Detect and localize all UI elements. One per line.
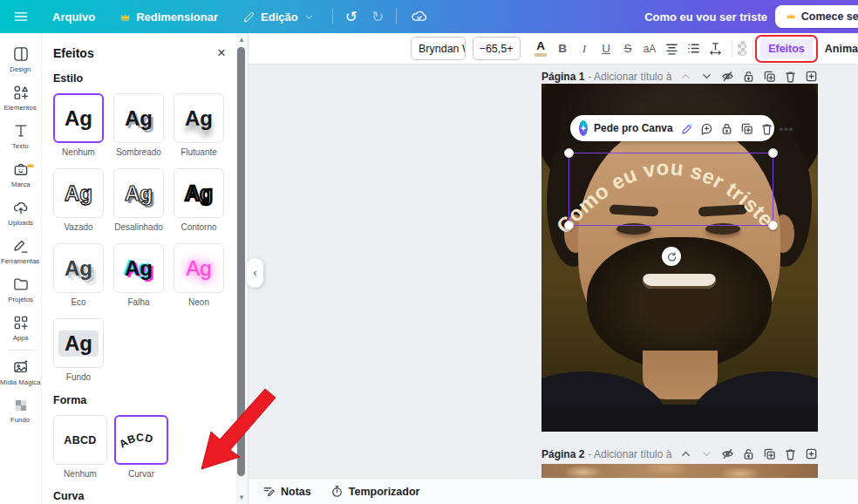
bold-button[interactable]: B — [553, 37, 573, 60]
scroll-down-icon[interactable]: ▼ — [235, 494, 248, 501]
sidebar-item-ferramentas[interactable]: Ferramentas — [0, 232, 42, 270]
page1-image[interactable]: Como eu vou ser triste Pede pro Canva — [541, 84, 818, 432]
font-family-selector[interactable]: Bryndan Write — [411, 37, 466, 60]
hide-page-button[interactable] — [721, 447, 734, 460]
main-menu-button[interactable] — [0, 0, 40, 33]
scrollbar-thumb[interactable] — [237, 47, 245, 476]
page1-title-placeholder[interactable]: - Adicionar título à pág... — [588, 71, 674, 83]
sidebar-item-uploads[interactable]: Uploads — [0, 194, 42, 232]
spacing-button[interactable] — [705, 37, 725, 60]
sidebar-item-fundo[interactable]: Fundo — [0, 392, 42, 430]
effect-card-desalinhado[interactable]: Ag Desalinhado — [113, 168, 164, 232]
file-menu[interactable]: Arquivo — [40, 0, 107, 33]
toolbar-divider — [732, 40, 732, 58]
font-size-increase-button[interactable]: + — [507, 43, 513, 55]
delete-button[interactable] — [760, 122, 773, 135]
tools-pencil-icon — [12, 237, 30, 255]
upgrade-button[interactable]: Comece seu t — [775, 5, 858, 28]
effect-label: Vazado — [64, 222, 92, 232]
text-color-swatch — [535, 53, 547, 57]
list-button[interactable] — [684, 37, 704, 60]
effect-card-fundo[interactable]: Ag Fundo — [53, 318, 104, 382]
sidebar-item-projetos[interactable]: Projetos — [0, 270, 42, 309]
page1-name[interactable]: Página 1 — [541, 71, 584, 83]
effect-sample: Ag — [58, 330, 99, 357]
transparency-button[interactable] — [738, 41, 746, 56]
sidebar-item-texto[interactable]: Texto — [0, 117, 42, 155]
lock-button[interactable] — [720, 122, 733, 135]
effect-sample: Ag — [186, 258, 211, 279]
resize-handle-bottom-left[interactable] — [564, 221, 574, 230]
italic-button[interactable]: I — [575, 37, 595, 60]
bullet-list-icon — [686, 41, 701, 56]
strikethrough-button[interactable]: S — [618, 37, 638, 60]
lock-page-button[interactable] — [742, 70, 755, 83]
panel-collapse-button[interactable]: ‹ — [247, 258, 263, 288]
sidebar-item-elementos[interactable]: Elementos — [0, 78, 42, 117]
resize-handle-top-right[interactable] — [768, 148, 778, 158]
text-color-button[interactable]: A — [531, 37, 551, 60]
resize-handle-bottom-right[interactable] — [768, 221, 778, 230]
crown-icon — [786, 11, 796, 22]
duplicate-page-button[interactable] — [763, 447, 776, 460]
photo-shirt — [541, 405, 818, 432]
effect-card-falha[interactable]: Ag Falha — [113, 243, 164, 307]
svg-text:ABCD: ABCD — [117, 431, 154, 450]
magic-edit-button[interactable] — [680, 122, 693, 135]
sidebar-item-marca[interactable]: Marca — [0, 155, 42, 194]
scroll-up-icon[interactable]: ▲ — [235, 36, 248, 44]
page2-image[interactable] — [541, 464, 818, 478]
duplicate-button[interactable] — [740, 122, 753, 135]
page2-title-placeholder[interactable]: - Adicionar título à pág... — [588, 448, 674, 460]
more-options-button[interactable]: ••• — [780, 122, 794, 135]
close-icon[interactable]: × — [217, 45, 226, 60]
canva-assistant-icon[interactable] — [579, 120, 588, 136]
comment-button[interactable] — [700, 122, 713, 135]
lock-page-button[interactable] — [742, 447, 755, 460]
page2-name[interactable]: Página 2 — [541, 448, 584, 460]
effect-card-neon[interactable]: Ag Neon — [174, 243, 224, 307]
notes-button[interactable]: Notas — [262, 485, 311, 498]
sidebar-item-design[interactable]: Design — [0, 40, 42, 78]
shape-card-nenhum[interactable]: ABCD Nenhum — [53, 415, 107, 479]
duplicate-page-button[interactable] — [763, 70, 776, 83]
effect-card-flutuante[interactable]: Ag Flutuante — [174, 93, 224, 157]
undo-button[interactable]: ↺ — [338, 0, 364, 33]
text-case-button[interactable]: aA — [640, 37, 660, 60]
move-page-down-button[interactable] — [700, 447, 713, 460]
sidebar-item-apps[interactable]: Apps — [0, 309, 42, 347]
effect-card-vazado[interactable]: Ag Vazado — [53, 168, 104, 232]
delete-page-button[interactable] — [784, 447, 797, 460]
redo-button[interactable]: ↻ — [364, 0, 391, 33]
move-page-up-button[interactable] — [679, 447, 692, 460]
document-title[interactable]: Como eu vou ser triste — [644, 0, 767, 33]
underline-button[interactable]: U — [596, 37, 616, 60]
resize-handle-top-left[interactable] — [564, 148, 574, 158]
move-page-down-button[interactable] — [700, 70, 713, 83]
ask-canva-label[interactable]: Pede pro Canva — [594, 122, 673, 134]
add-page-button[interactable] — [805, 447, 818, 460]
eye-hidden-icon — [721, 70, 734, 83]
animate-button[interactable]: Anima — [825, 43, 858, 55]
font-size-decrease-button[interactable]: − — [480, 43, 486, 55]
effect-card-eco[interactable]: Ag Eco — [53, 243, 104, 307]
sidebar-item-midia-magica[interactable]: Mídia Mágica — [0, 353, 42, 392]
add-page-button[interactable] — [805, 70, 818, 83]
cloud-save-status[interactable] — [402, 0, 437, 33]
editing-mode-menu[interactable]: Edição — [230, 0, 327, 33]
delete-page-button[interactable] — [784, 70, 797, 83]
resize-menu[interactable]: Redimensionar — [107, 0, 230, 33]
lock-open-icon — [742, 70, 755, 83]
effects-button[interactable]: Efeitos — [760, 39, 813, 58]
shape-card-curvar[interactable]: ABCD Curvar — [114, 415, 168, 479]
rotate-icon — [666, 251, 678, 262]
effect-card-nenhum[interactable]: Ag Nenhum — [53, 93, 104, 157]
timer-button[interactable]: Temporizador — [330, 485, 420, 498]
hide-page-button[interactable] — [721, 70, 734, 83]
alignment-button[interactable] — [662, 37, 682, 60]
move-page-up-button[interactable] — [679, 70, 692, 83]
font-size-value[interactable]: 65,5 — [486, 43, 507, 55]
rotate-handle[interactable] — [662, 247, 681, 266]
effect-card-contorno[interactable]: Ag Contorno — [174, 168, 224, 232]
effect-card-sombreado[interactable]: Ag Sombreado — [113, 93, 164, 157]
